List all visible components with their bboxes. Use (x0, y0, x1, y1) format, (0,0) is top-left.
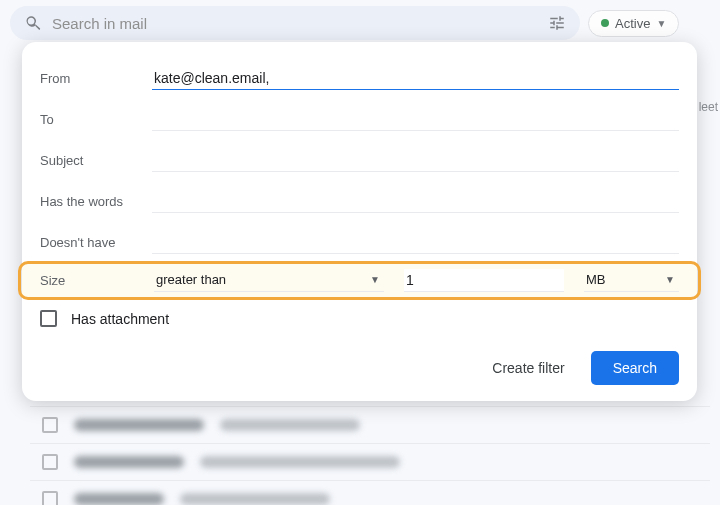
size-row: Size greater than ▼ MB ▼ (40, 269, 679, 292)
size-unit-value: MB (586, 272, 606, 287)
mail-row[interactable] (30, 407, 710, 444)
mail-row[interactable] (30, 481, 710, 505)
has-words-row: Has the words (40, 181, 679, 222)
to-row: To (40, 99, 679, 140)
doesnt-have-row: Doesn't have (40, 222, 679, 263)
status-pill[interactable]: Active ▼ (588, 10, 679, 37)
has-attachment-label: Has attachment (71, 311, 169, 327)
has-words-input[interactable] (152, 190, 679, 213)
search-filter-modal: From To Subject Has the words Doesn't ha… (22, 42, 697, 401)
subject-label: Subject (40, 153, 152, 168)
search-button[interactable]: Search (591, 351, 679, 385)
sender-blur (74, 493, 164, 505)
search-input[interactable] (52, 15, 548, 32)
chevron-down-icon: ▼ (665, 274, 675, 285)
doesnt-have-label: Doesn't have (40, 235, 152, 250)
sender-blur (74, 456, 184, 468)
search-box[interactable] (10, 6, 580, 40)
has-attachment-row[interactable]: Has attachment (40, 298, 679, 333)
mail-row[interactable] (30, 444, 710, 481)
create-filter-button[interactable]: Create filter (482, 351, 574, 385)
from-label: From (40, 71, 152, 86)
chevron-down-icon: ▼ (656, 18, 666, 29)
row-checkbox[interactable] (42, 491, 58, 505)
tune-icon[interactable] (548, 14, 566, 32)
to-label: To (40, 112, 152, 127)
size-unit-select[interactable]: MB ▼ (584, 269, 679, 292)
size-comparator-select[interactable]: greater than ▼ (154, 269, 384, 292)
modal-actions: Create filter Search (40, 333, 679, 385)
size-row-highlight: Size greater than ▼ MB ▼ (22, 263, 697, 298)
has-words-label: Has the words (40, 194, 152, 209)
preview-blur (220, 419, 360, 431)
chevron-down-icon: ▼ (370, 274, 380, 285)
sender-blur (74, 419, 204, 431)
row-checkbox[interactable] (42, 417, 58, 433)
preview-blur (180, 493, 330, 505)
side-text: leet (699, 100, 720, 114)
status-dot-icon (601, 19, 609, 27)
size-comparator-value: greater than (156, 272, 226, 287)
status-label: Active (615, 16, 650, 31)
row-checkbox[interactable] (42, 454, 58, 470)
doesnt-have-input[interactable] (152, 231, 679, 254)
has-attachment-checkbox[interactable] (40, 310, 57, 327)
preview-blur (200, 456, 400, 468)
top-bar: Active ▼ (0, 0, 720, 46)
from-row: From (40, 58, 679, 99)
subject-input[interactable] (152, 149, 679, 172)
size-label: Size (40, 273, 146, 288)
search-icon (24, 14, 42, 32)
to-input[interactable] (152, 108, 679, 131)
from-input[interactable] (152, 67, 679, 90)
subject-row: Subject (40, 140, 679, 181)
size-value-input[interactable] (404, 269, 564, 292)
